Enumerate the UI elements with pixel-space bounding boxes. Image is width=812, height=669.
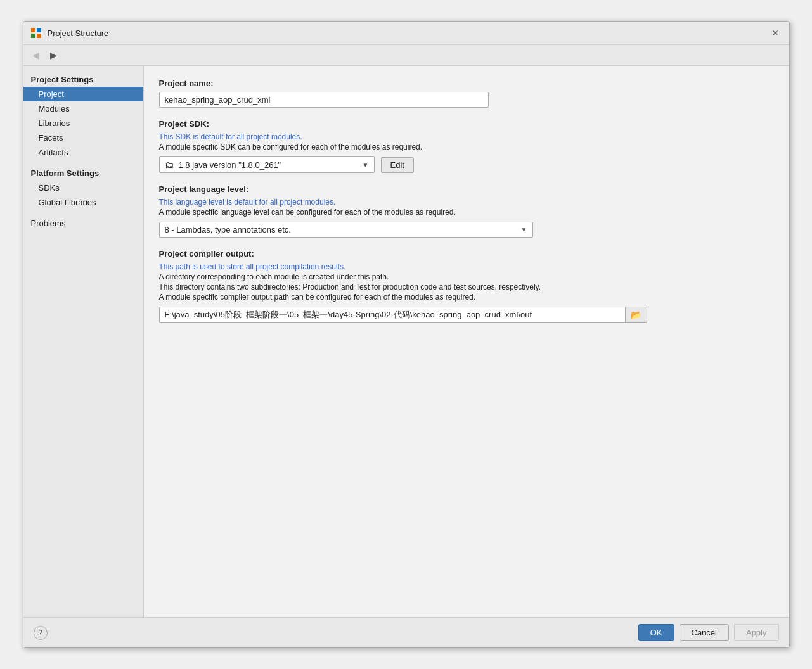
app-icon (30, 27, 42, 39)
apply-button[interactable]: Apply (734, 624, 779, 641)
edit-sdk-button[interactable]: Edit (381, 157, 414, 173)
language-level-label: Project language level: (159, 184, 774, 194)
compiler-desc2: A directory corresponding to each module… (159, 272, 774, 281)
sidebar: Project Settings Project Modules Librari… (23, 66, 144, 617)
ok-button[interactable]: OK (638, 624, 674, 641)
language-dropdown-text: 8 - Lambdas, type annotations etc. (165, 225, 521, 234)
footer: ? OK Cancel Apply (23, 617, 789, 647)
sidebar-item-sdks[interactable]: SDKs (23, 181, 143, 195)
nav-bar: ◀ ▶ (23, 45, 789, 66)
sdk-folder-icon: 🗂 (165, 160, 174, 170)
sidebar-item-modules[interactable]: Modules (23, 101, 143, 116)
sidebar-item-problems[interactable]: Problems (23, 215, 143, 231)
compiler-output-folder-button[interactable]: 📂 (625, 307, 647, 322)
svg-rect-3 (37, 34, 41, 38)
sidebar-item-global-libraries[interactable]: Global Libraries (23, 195, 143, 210)
language-desc2: A module specific language level can be … (159, 208, 774, 217)
project-sdk-label: Project SDK: (159, 119, 774, 129)
dialog-title: Project Structure (48, 29, 768, 38)
sidebar-item-facets[interactable]: Facets (23, 131, 143, 145)
content-area: Project name: Project SDK: This SDK is d… (144, 66, 789, 617)
project-name-label: Project name: (159, 79, 774, 88)
project-name-section: Project name: (159, 79, 774, 108)
sidebar-separator2 (23, 210, 143, 215)
project-structure-dialog: Project Structure ✕ ◀ ▶ Project Settings… (23, 21, 790, 648)
sdk-desc2: A module specific SDK can be configured … (159, 143, 774, 151)
compiler-output-label: Project compiler output: (159, 249, 774, 258)
compiler-output-row: 📂 (159, 307, 647, 323)
compiler-output-input[interactable] (160, 308, 625, 322)
forward-button[interactable]: ▶ (46, 48, 61, 63)
platform-settings-section: Platform Settings (23, 165, 143, 181)
help-button[interactable]: ? (34, 626, 48, 640)
sdk-dropdown[interactable]: 🗂 1.8 java version "1.8.0_261" ▼ (159, 156, 375, 173)
sdk-desc1: This SDK is default for all project modu… (159, 132, 774, 141)
sdk-dropdown-text: 1.8 java version "1.8.0_261" (179, 160, 363, 170)
main-content: Project Settings Project Modules Librari… (23, 66, 789, 617)
svg-rect-1 (37, 28, 41, 32)
language-dropdown-arrow-icon: ▼ (521, 226, 527, 233)
project-compiler-section: Project compiler output: This path is us… (159, 249, 774, 323)
sdk-dropdown-arrow-icon: ▼ (363, 162, 369, 169)
back-button[interactable]: ◀ (29, 48, 44, 63)
project-settings-section: Project Settings (23, 71, 143, 87)
close-button[interactable]: ✕ (768, 25, 783, 41)
language-dropdown[interactable]: 8 - Lambdas, type annotations etc. ▼ (159, 222, 533, 238)
folder-open-icon: 📂 (631, 310, 641, 320)
compiler-desc4: A module specific compiler output path c… (159, 293, 774, 302)
title-bar: Project Structure ✕ (23, 22, 789, 45)
language-desc1: This language level is default for all p… (159, 198, 774, 207)
svg-rect-0 (31, 28, 35, 32)
sidebar-separator (23, 160, 143, 165)
compiler-desc3: This directory contains two subdirectori… (159, 283, 774, 291)
sidebar-item-artifacts[interactable]: Artifacts (23, 145, 143, 160)
svg-rect-2 (31, 34, 35, 38)
sidebar-item-libraries[interactable]: Libraries (23, 116, 143, 131)
sidebar-item-project[interactable]: Project (23, 87, 143, 101)
project-name-input[interactable] (159, 92, 489, 108)
project-sdk-section: Project SDK: This SDK is default for all… (159, 119, 774, 173)
sdk-row: 🗂 1.8 java version "1.8.0_261" ▼ Edit (159, 156, 774, 173)
footer-left: ? (34, 626, 633, 640)
cancel-button[interactable]: Cancel (680, 624, 729, 641)
project-language-section: Project language level: This language le… (159, 184, 774, 238)
compiler-desc1: This path is used to store all project c… (159, 262, 774, 271)
